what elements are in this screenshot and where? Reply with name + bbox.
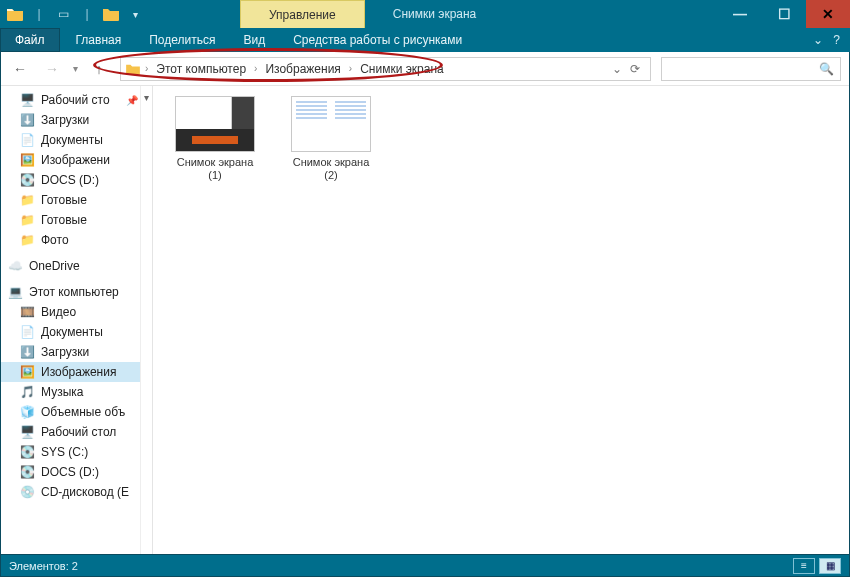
quick-access-item[interactable]: 🖼️Изображени bbox=[1, 150, 152, 170]
pin-icon: 📌 bbox=[126, 95, 138, 106]
forward-button[interactable]: → bbox=[41, 58, 63, 80]
tree-item-label: Этот компьютер bbox=[29, 285, 119, 299]
folder-icon: 💽 bbox=[19, 444, 35, 460]
breadcrumb-root-icon bbox=[125, 61, 141, 77]
quick-access-item[interactable]: 🖥️Рабочий сто📌 bbox=[1, 90, 152, 110]
help-icon[interactable]: ? bbox=[833, 33, 840, 47]
titlebar: | ▭ | ▾ Управление Снимки экрана — ☐ ✕ bbox=[0, 0, 850, 28]
folder-icon: 📄 bbox=[19, 324, 35, 340]
tree-item-label: Изображени bbox=[41, 153, 110, 167]
thumbnail bbox=[291, 96, 371, 152]
folder-icon: ⬇️ bbox=[19, 344, 35, 360]
this-pc-child[interactable]: 🧊Объемные объ bbox=[1, 402, 152, 422]
quick-access-item[interactable]: 📄Документы bbox=[1, 130, 152, 150]
file-name-suffix: (2) bbox=[293, 169, 370, 182]
tree-item-label: Готовые bbox=[41, 193, 87, 207]
tree-item-label: DOCS (D:) bbox=[41, 465, 99, 479]
qat-newfolder-icon[interactable] bbox=[102, 5, 120, 23]
tree-item-label: Рабочий стол bbox=[41, 425, 116, 439]
tab-picture-tools[interactable]: Средства работы с рисунками bbox=[279, 28, 476, 52]
tree-item-label: CD-дисковод (E bbox=[41, 485, 129, 499]
quick-icon: ⬇️ bbox=[19, 112, 35, 128]
minimize-button[interactable]: — bbox=[718, 0, 762, 28]
folder-icon: 🖼️ bbox=[19, 364, 35, 380]
quick-icon: 📁 bbox=[19, 192, 35, 208]
qat-caret-icon[interactable]: ▾ bbox=[126, 5, 144, 23]
folder-icon: 🎵 bbox=[19, 384, 35, 400]
up-button[interactable]: ↑ bbox=[88, 58, 110, 80]
qat-divider: | bbox=[30, 5, 48, 23]
file-name: Снимок экрана bbox=[293, 156, 370, 169]
tab-home[interactable]: Главная bbox=[62, 28, 136, 52]
breadcrumb-seg-2[interactable]: Снимки экрана bbox=[356, 62, 448, 76]
back-button[interactable]: ← bbox=[9, 58, 31, 80]
view-thumbnails-button[interactable]: ▦ bbox=[819, 558, 841, 574]
recent-locations-button[interactable]: ▾ bbox=[73, 63, 78, 74]
tree-item-label: Документы bbox=[41, 325, 103, 339]
pc-icon: 💻 bbox=[7, 284, 23, 300]
navigation-pane[interactable]: 🖥️Рабочий сто📌⬇️Загрузки📄Документы🖼️Изоб… bbox=[1, 86, 153, 554]
address-dropdown-icon[interactable]: ⌄ bbox=[612, 62, 622, 76]
this-pc-child[interactable]: ⬇️Загрузки bbox=[1, 342, 152, 362]
status-text: Элементов: 2 bbox=[9, 560, 78, 572]
ribbon-tabs: Файл Главная Поделиться Вид Средства раб… bbox=[0, 28, 850, 52]
this-pc-child[interactable]: 🎞️Видео bbox=[1, 302, 152, 322]
folder-icon: 💽 bbox=[19, 464, 35, 480]
folder-icon: 💿 bbox=[19, 484, 35, 500]
this-pc-node[interactable]: 💻Этот компьютер bbox=[1, 282, 152, 302]
tab-view[interactable]: Вид bbox=[229, 28, 279, 52]
tree-item-label: Объемные объ bbox=[41, 405, 125, 419]
folder-icon: 🎞️ bbox=[19, 304, 35, 320]
quick-icon: 💽 bbox=[19, 172, 35, 188]
breadcrumb-seg-0[interactable]: Этот компьютер bbox=[152, 62, 250, 76]
this-pc-child[interactable]: 🖥️Рабочий стол bbox=[1, 422, 152, 442]
tab-share[interactable]: Поделиться bbox=[135, 28, 229, 52]
this-pc-child[interactable]: 💽SYS (C:) bbox=[1, 442, 152, 462]
refresh-icon[interactable]: ⟳ bbox=[630, 62, 640, 76]
qat-divider2: | bbox=[78, 5, 96, 23]
quick-icon: 📁 bbox=[19, 212, 35, 228]
file-list[interactable]: Снимок экрана (1) Снимок экрана (2) bbox=[153, 86, 849, 554]
window-title: Снимки экрана bbox=[365, 0, 505, 28]
maximize-button[interactable]: ☐ bbox=[762, 0, 806, 28]
quick-access-item[interactable]: 📁Готовые bbox=[1, 190, 152, 210]
quick-access-item[interactable]: 💽DOCS (D:) bbox=[1, 170, 152, 190]
tree-item-label: Музыка bbox=[41, 385, 83, 399]
file-item[interactable]: Снимок экрана (2) bbox=[283, 96, 379, 182]
tree-item-label: Изображения bbox=[41, 365, 116, 379]
quick-access-item[interactable]: 📁Фото bbox=[1, 230, 152, 250]
close-button[interactable]: ✕ bbox=[806, 0, 850, 28]
tree-item-label: DOCS (D:) bbox=[41, 173, 99, 187]
chevron-right-icon[interactable]: › bbox=[143, 63, 150, 74]
sidebar-scroll[interactable]: ▾ bbox=[140, 86, 152, 554]
tree-item-label: Загрузки bbox=[41, 345, 89, 359]
this-pc-child[interactable]: 🎵Музыка bbox=[1, 382, 152, 402]
contextual-tab[interactable]: Управление bbox=[240, 0, 365, 28]
this-pc-child[interactable]: 💽DOCS (D:) bbox=[1, 462, 152, 482]
tree-item-label: Рабочий сто bbox=[41, 93, 110, 107]
quick-icon: 📁 bbox=[19, 232, 35, 248]
ribbon-expand-icon[interactable]: ⌄ bbox=[813, 33, 823, 47]
quick-access-item[interactable]: ⬇️Загрузки bbox=[1, 110, 152, 130]
file-name-suffix: (1) bbox=[177, 169, 254, 182]
qat-properties-icon[interactable]: ▭ bbox=[54, 5, 72, 23]
breadcrumb-seg-1[interactable]: Изображения bbox=[261, 62, 344, 76]
tab-file[interactable]: Файл bbox=[0, 28, 60, 52]
view-details-button[interactable]: ≡ bbox=[793, 558, 815, 574]
cloud-icon: ☁️ bbox=[7, 258, 23, 274]
folder-icon: 🖥️ bbox=[19, 424, 35, 440]
navigation-bar: ← → ▾ ↑ › Этот компьютер › Изображения ›… bbox=[1, 52, 849, 86]
tree-item-label: OneDrive bbox=[29, 259, 80, 273]
chevron-right-icon[interactable]: › bbox=[252, 63, 259, 74]
search-box[interactable]: 🔍 bbox=[661, 57, 841, 81]
quick-access-item[interactable]: 📁Готовые bbox=[1, 210, 152, 230]
file-item[interactable]: Снимок экрана (1) bbox=[167, 96, 263, 182]
address-bar[interactable]: › Этот компьютер › Изображения › Снимки … bbox=[120, 57, 651, 81]
quick-icon: 🖼️ bbox=[19, 152, 35, 168]
onedrive-node[interactable]: ☁️OneDrive bbox=[1, 256, 152, 276]
this-pc-child[interactable]: 📄Документы bbox=[1, 322, 152, 342]
quick-icon: 📄 bbox=[19, 132, 35, 148]
chevron-right-icon[interactable]: › bbox=[347, 63, 354, 74]
this-pc-child[interactable]: 💿CD-дисковод (E bbox=[1, 482, 152, 502]
this-pc-child[interactable]: 🖼️Изображения bbox=[1, 362, 152, 382]
